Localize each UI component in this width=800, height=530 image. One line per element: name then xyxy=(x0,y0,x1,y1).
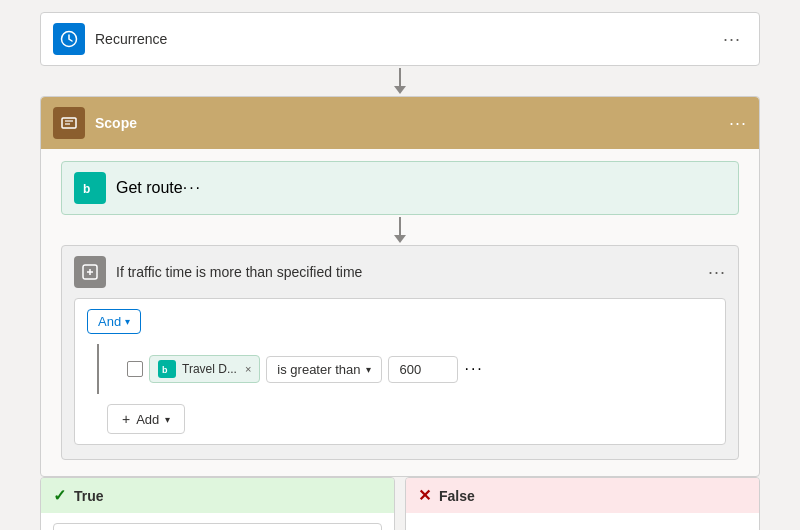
condition-icon-box xyxy=(74,256,106,288)
scope-more-button[interactable]: ··· xyxy=(729,113,747,134)
bing-chip-icon: b xyxy=(158,360,176,378)
true-branch-label: True xyxy=(74,488,104,504)
condition-icon xyxy=(81,263,99,281)
recurrence-label: Recurrence xyxy=(95,31,717,47)
and-button[interactable]: And ▾ xyxy=(87,309,141,334)
branch-row: ✓ True Send mail when traffic exceeds 10… xyxy=(40,477,760,530)
svg-text:b: b xyxy=(162,365,168,375)
bing-small-icon: b xyxy=(161,363,173,375)
get-route-card: b Get route ··· xyxy=(61,161,739,215)
arrow-1 xyxy=(394,68,406,94)
condition-label: If traffic time is more than specified t… xyxy=(116,264,708,280)
recurrence-icon-box xyxy=(53,23,85,55)
true-branch-card: ✓ True Send mail when traffic exceeds 10… xyxy=(40,477,395,530)
add-chevron-icon: ▾ xyxy=(165,414,170,425)
bracket-line xyxy=(97,344,99,394)
bing-icon-box: b xyxy=(74,172,106,204)
svg-rect-1 xyxy=(62,118,76,128)
condition-card: If traffic time is more than specified t… xyxy=(61,245,739,460)
get-route-more-button[interactable]: ··· xyxy=(183,179,202,197)
and-label: And xyxy=(98,314,121,329)
scope-icon-box xyxy=(53,107,85,139)
operator-select[interactable]: is greater than ▾ xyxy=(266,356,382,383)
scope-container: Scope ··· b Get route ··· xyxy=(40,96,760,477)
false-branch-card: ✕ False Add an action xyxy=(405,477,760,530)
bing-maps-icon: b xyxy=(81,179,99,197)
svg-text:b: b xyxy=(83,182,90,196)
add-button[interactable]: + Add ▾ xyxy=(107,404,185,434)
condition-header: If traffic time is more than specified t… xyxy=(74,256,726,288)
recurrence-more-button[interactable]: ··· xyxy=(717,27,747,52)
flow-container: Recurrence ··· Scope ··· b xyxy=(20,12,780,530)
clock-icon xyxy=(60,30,78,48)
operator-label: is greater than xyxy=(277,362,360,377)
true-branch-body: Send mail when traffic exceeds 10 minute… xyxy=(41,513,394,530)
condition-row: b Travel D... × is greater than ▾ xyxy=(127,355,484,383)
chip-label: Travel D... xyxy=(182,362,237,376)
arrow-2 xyxy=(394,217,406,243)
false-branch-body: Add an action xyxy=(406,513,759,530)
scope-header: Scope ··· xyxy=(41,97,759,149)
chevron-down-icon: ▾ xyxy=(125,316,130,327)
x-icon: ✕ xyxy=(418,486,431,505)
condition-body: And ▾ b xyxy=(74,298,726,445)
false-branch-label: False xyxy=(439,488,475,504)
recurrence-card: Recurrence ··· xyxy=(40,12,760,66)
inline-more-button[interactable]: ··· xyxy=(464,360,483,378)
check-icon: ✓ xyxy=(53,486,66,505)
false-branch-header: ✕ False xyxy=(406,478,759,513)
condition-more-button[interactable]: ··· xyxy=(708,262,726,283)
travel-chip: b Travel D... × xyxy=(149,355,260,383)
chip-close-button[interactable]: × xyxy=(245,363,251,375)
value-input[interactable] xyxy=(388,356,458,383)
scope-body: b Get route ··· xyxy=(41,149,759,476)
add-label: Add xyxy=(136,412,159,427)
row-checkbox[interactable] xyxy=(127,361,143,377)
plus-icon: + xyxy=(122,411,130,427)
scope-icon xyxy=(60,114,78,132)
send-mail-card: Send mail when traffic exceeds 10 minute… xyxy=(53,523,382,530)
get-route-label: Get route xyxy=(116,179,183,197)
operator-chevron-icon: ▾ xyxy=(366,364,371,375)
scope-label: Scope xyxy=(95,115,729,131)
and-row: And ▾ xyxy=(87,309,713,334)
true-branch-header: ✓ True xyxy=(41,478,394,513)
